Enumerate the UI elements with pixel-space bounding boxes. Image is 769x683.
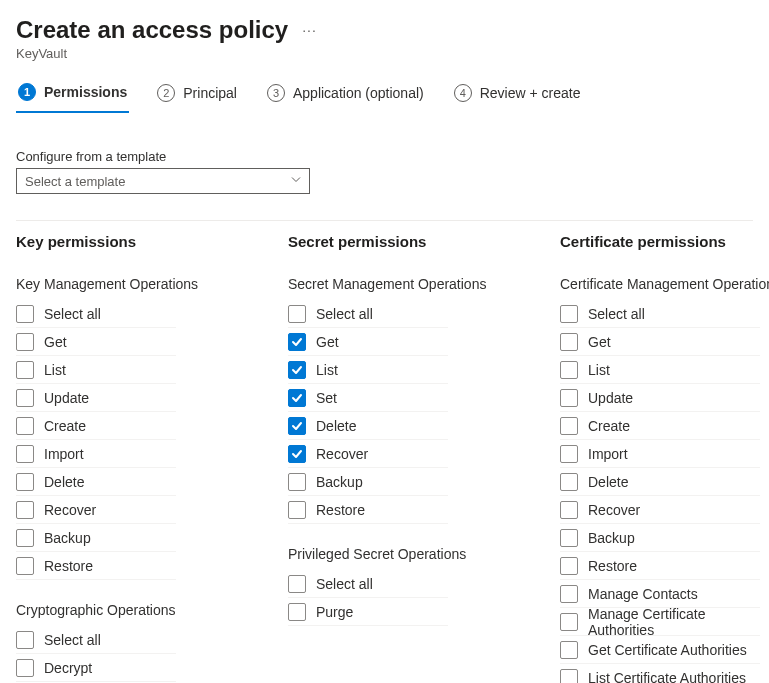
template-select[interactable]: Select a template	[16, 168, 310, 194]
permission-checkbox[interactable]	[560, 669, 578, 684]
permission-label: Get	[44, 334, 67, 350]
permission-checkbox[interactable]	[16, 389, 34, 407]
permission-checkbox[interactable]	[16, 631, 34, 649]
permission-label: Recover	[44, 502, 96, 518]
permission-row: Recover	[16, 496, 176, 524]
permission-label: Backup	[44, 530, 91, 546]
tab-permissions[interactable]: 1Permissions	[16, 83, 129, 113]
permission-checkbox[interactable]	[560, 417, 578, 435]
tab-label: Permissions	[44, 84, 127, 100]
permission-row: Select all	[560, 300, 760, 328]
permission-row: Backup	[560, 524, 760, 552]
permission-label: Recover	[316, 446, 368, 462]
permission-row: Get	[288, 328, 448, 356]
permission-checkbox[interactable]	[288, 361, 306, 379]
permission-checkbox[interactable]	[560, 473, 578, 491]
permission-label: List Certificate Authorities	[588, 670, 746, 684]
permission-checkbox[interactable]	[288, 603, 306, 621]
permission-checkbox[interactable]	[560, 361, 578, 379]
tab-review-create[interactable]: 4Review + create	[452, 83, 583, 113]
permission-row: Restore	[16, 552, 176, 580]
permission-row: Select all	[288, 570, 448, 598]
page-title: Create an access policy	[16, 16, 288, 44]
permission-checkbox[interactable]	[560, 557, 578, 575]
permission-label: Set	[316, 390, 337, 406]
permission-row: Set	[288, 384, 448, 412]
permission-row: Purge	[288, 598, 448, 626]
permission-row: Select all	[16, 626, 176, 654]
permission-checkbox[interactable]	[16, 333, 34, 351]
permission-row: Create	[16, 412, 176, 440]
permission-label: Import	[44, 446, 84, 462]
permission-row: Get Certificate Authorities	[560, 636, 760, 664]
permission-label: Select all	[316, 576, 373, 592]
permission-row: Delete	[16, 468, 176, 496]
tab-application-optional-[interactable]: 3Application (optional)	[265, 83, 426, 113]
permission-checkbox[interactable]	[16, 305, 34, 323]
permission-row: Get	[560, 328, 760, 356]
permission-label: Manage Contacts	[588, 586, 698, 602]
permission-row: Import	[16, 440, 176, 468]
permission-checkbox[interactable]	[16, 529, 34, 547]
step-number-icon: 3	[267, 84, 285, 102]
more-menu-icon[interactable]: ···	[302, 22, 317, 38]
permission-checkbox[interactable]	[16, 557, 34, 575]
permission-checkbox[interactable]	[560, 613, 578, 631]
permission-checkbox[interactable]	[560, 529, 578, 547]
permission-row: Backup	[288, 468, 448, 496]
permission-label: Restore	[588, 558, 637, 574]
permission-checkbox[interactable]	[288, 389, 306, 407]
permission-label: Restore	[316, 502, 365, 518]
permission-row: List	[560, 356, 760, 384]
template-field-label: Configure from a template	[16, 149, 753, 164]
permission-checkbox[interactable]	[288, 575, 306, 593]
permission-checkbox[interactable]	[560, 389, 578, 407]
permission-row: Manage Certificate Authorities	[560, 608, 760, 636]
tab-principal[interactable]: 2Principal	[155, 83, 239, 113]
permissions-column: Certificate permissionsCertificate Manag…	[560, 233, 769, 683]
column-title: Secret permissions	[288, 233, 544, 250]
permission-checkbox[interactable]	[288, 501, 306, 519]
permission-row: Create	[560, 412, 760, 440]
permission-row: Backup	[16, 524, 176, 552]
permission-row: List Certificate Authorities	[560, 664, 760, 683]
permission-row: Get	[16, 328, 176, 356]
permission-label: Create	[44, 418, 86, 434]
permission-checkbox[interactable]	[16, 417, 34, 435]
tab-label: Principal	[183, 85, 237, 101]
permission-checkbox[interactable]	[288, 333, 306, 351]
tab-label: Application (optional)	[293, 85, 424, 101]
permission-checkbox[interactable]	[288, 473, 306, 491]
permission-label: Get	[316, 334, 339, 350]
permission-checkbox[interactable]	[560, 585, 578, 603]
group-label: Cryptographic Operations	[16, 602, 272, 618]
permission-checkbox[interactable]	[16, 445, 34, 463]
group-label: Secret Management Operations	[288, 276, 544, 292]
permission-checkbox[interactable]	[288, 445, 306, 463]
permission-row: Recover	[560, 496, 760, 524]
permission-row: Update	[16, 384, 176, 412]
permission-label: Create	[588, 418, 630, 434]
group-label: Privileged Secret Operations	[288, 546, 544, 562]
permission-checkbox[interactable]	[288, 305, 306, 323]
permission-checkbox[interactable]	[16, 659, 34, 677]
permission-checkbox[interactable]	[560, 501, 578, 519]
permission-checkbox[interactable]	[16, 501, 34, 519]
permission-checkbox[interactable]	[16, 361, 34, 379]
tab-label: Review + create	[480, 85, 581, 101]
permission-checkbox[interactable]	[288, 417, 306, 435]
group-label: Key Management Operations	[16, 276, 272, 292]
permission-checkbox[interactable]	[560, 641, 578, 659]
permission-row: Delete	[288, 412, 448, 440]
permission-label: Backup	[316, 474, 363, 490]
permission-checkbox[interactable]	[560, 305, 578, 323]
breadcrumb: KeyVault	[16, 46, 753, 61]
permission-label: Get Certificate Authorities	[588, 642, 747, 658]
permission-row: Select all	[288, 300, 448, 328]
permission-checkbox[interactable]	[560, 333, 578, 351]
permission-checkbox[interactable]	[16, 473, 34, 491]
permission-checkbox[interactable]	[560, 445, 578, 463]
permission-row: Recover	[288, 440, 448, 468]
permission-row: Restore	[288, 496, 448, 524]
template-select-placeholder: Select a template	[25, 174, 125, 189]
